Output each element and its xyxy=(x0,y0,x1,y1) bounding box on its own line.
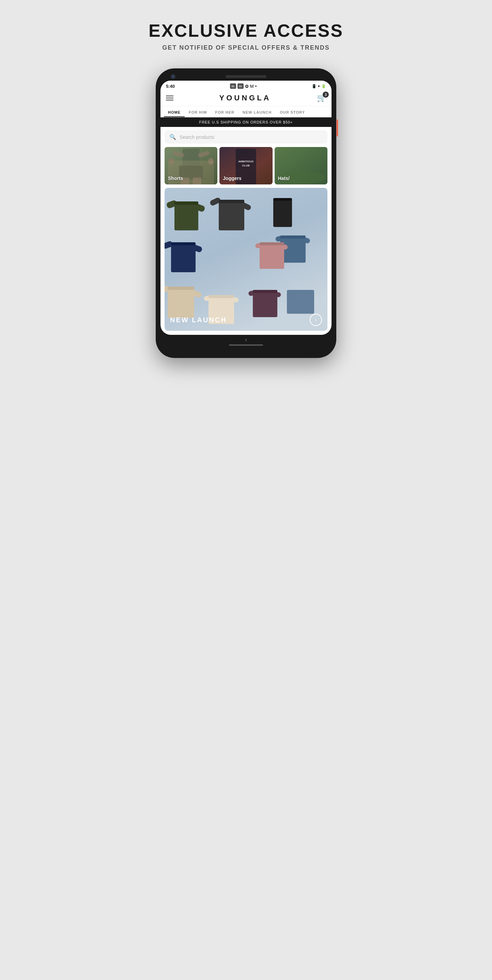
home-indicator xyxy=(229,344,263,346)
svg-text:AMBITIOUS: AMBITIOUS xyxy=(238,160,254,163)
showcase-arrow-button[interactable]: › xyxy=(310,314,322,326)
search-icon: 🔍 xyxy=(169,134,176,140)
flower-icon: ✿ xyxy=(245,84,249,89)
category-card-joggers[interactable]: AMBITIOUS CLUB Joggers xyxy=(219,147,272,185)
phone-speaker xyxy=(225,75,267,78)
wifi-icon: ▾ xyxy=(318,84,320,89)
page-subheadline: GET NOTIFIED OF SPECIAL OFFERS & TRENDS xyxy=(162,44,330,51)
nav-item-new-launch[interactable]: NEW LAUNCH xyxy=(238,106,276,117)
svg-rect-1 xyxy=(183,149,200,167)
calendar-icon-2: 31 xyxy=(238,83,244,89)
cart-badge-count: 3 xyxy=(323,92,329,98)
status-bar: 5:40 31 31 ✿ M • 📳 ▾ 🔋 xyxy=(160,81,332,90)
dot-icon: • xyxy=(255,84,257,89)
top-nav: YOUNGLA 🛒 3 xyxy=(160,90,332,106)
svg-rect-34 xyxy=(280,235,306,239)
hamburger-line-2 xyxy=(166,98,173,98)
svg-rect-24 xyxy=(219,200,244,203)
svg-rect-27 xyxy=(171,242,196,272)
svg-point-7 xyxy=(169,158,174,165)
category-label-joggers: Joggers xyxy=(223,176,241,181)
phone-side-button xyxy=(337,119,338,137)
brand-logo: YOUNGLA xyxy=(219,94,271,102)
back-chevron-icon: ‹ xyxy=(245,337,247,343)
phone-bottom-bar: ‹ xyxy=(160,335,332,343)
svg-rect-42 xyxy=(168,286,194,290)
svg-rect-26 xyxy=(273,198,292,201)
svg-rect-4 xyxy=(193,178,201,185)
showcase-label: NEW LAUNCH xyxy=(170,316,227,324)
category-label-shorts: Shorts xyxy=(168,176,183,181)
nav-item-home[interactable]: HOME xyxy=(164,106,185,117)
mail-icon: M xyxy=(250,84,254,89)
nav-item-for-her[interactable]: FOR HER xyxy=(211,106,238,117)
category-card-hats[interactable]: Hats/ xyxy=(275,147,327,185)
phone-top-bar xyxy=(160,75,332,78)
battery-icon: 🔋 xyxy=(321,84,326,89)
svg-rect-38 xyxy=(260,242,284,245)
svg-rect-25 xyxy=(273,198,292,227)
page-headline: EXCLUSIVE ACCESS xyxy=(149,21,343,41)
category-card-shorts[interactable]: Shorts xyxy=(165,147,217,185)
hamburger-line-1 xyxy=(166,95,173,96)
phone-screen: 5:40 31 31 ✿ M • 📳 ▾ 🔋 xyxy=(160,81,332,335)
hamburger-menu-button[interactable] xyxy=(166,95,173,100)
status-middle-icons: 31 31 ✿ M • xyxy=(230,83,257,89)
phone-device: 5:40 31 31 ✿ M • 📳 ▾ 🔋 xyxy=(156,68,336,358)
showcase-bottom-bar: NEW LAUNCH › xyxy=(165,309,327,331)
volume-icon: 📳 xyxy=(312,84,316,89)
nav-menu: HOME FOR HIM FOR HER NEW LAUNCH OUR STOR… xyxy=(160,106,332,118)
search-input[interactable]: Search products xyxy=(180,134,214,140)
svg-rect-35 xyxy=(260,242,284,269)
svg-rect-21 xyxy=(219,200,244,231)
status-right-icons: 📳 ▾ 🔋 xyxy=(312,84,326,89)
svg-text:CLUB: CLUB xyxy=(242,164,250,167)
categories-row: Shorts xyxy=(160,147,332,188)
svg-point-8 xyxy=(208,158,214,165)
svg-rect-46 xyxy=(209,295,234,298)
search-container[interactable]: 🔍 Search products xyxy=(165,130,327,143)
svg-rect-50 xyxy=(253,290,277,293)
nav-item-our-story[interactable]: OUR STORY xyxy=(276,106,309,117)
page-wrapper: EXCLUSIVE ACCESS GET NOTIFIED OF SPECIAL… xyxy=(117,21,375,358)
cart-button[interactable]: 🛒 3 xyxy=(317,94,326,102)
svg-rect-17 xyxy=(174,202,198,231)
hamburger-line-3 xyxy=(166,100,173,100)
calendar-icon-1: 31 xyxy=(230,83,236,89)
nav-item-for-him[interactable]: FOR HIM xyxy=(185,106,211,117)
category-label-hats: Hats/ xyxy=(278,176,290,181)
svg-rect-30 xyxy=(171,242,196,245)
product-showcase[interactable]: NEW LAUNCH › xyxy=(165,188,327,331)
status-time: 5:40 xyxy=(166,84,175,89)
phone-camera xyxy=(171,74,176,79)
svg-rect-20 xyxy=(174,202,198,205)
shipping-banner: FREE U.S SHIPPING ON ORDERS OVER $50+ xyxy=(160,118,332,127)
